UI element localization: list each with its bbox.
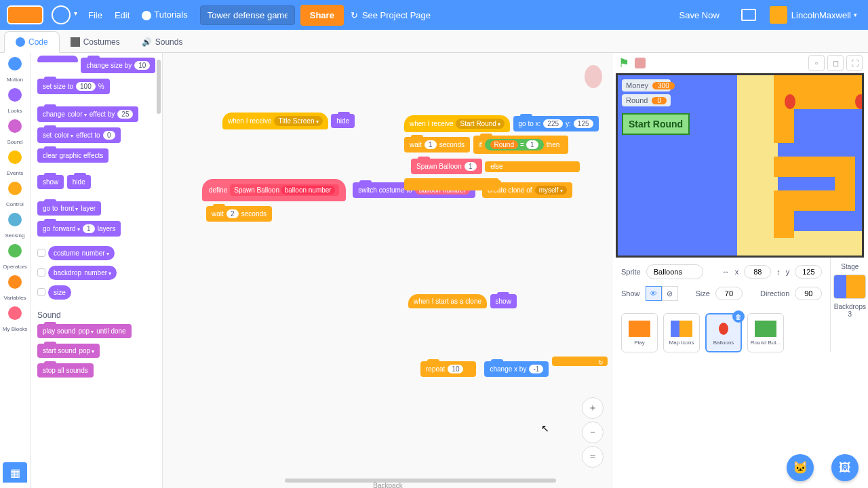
block-show[interactable]: show: [37, 175, 64, 189]
block-change-size-by[interactable]: change size by10: [81, 58, 155, 73]
block-change-effect[interactable]: changecoloreffect by25: [37, 106, 138, 122]
mystuff-folder-icon[interactable]: [741, 9, 756, 21]
block-start-sound[interactable]: start soundpop: [37, 344, 100, 358]
see-project-page[interactable]: ↻See Project Page: [351, 10, 431, 20]
sprite-y-input[interactable]: [795, 265, 822, 279]
block-wait-1[interactable]: wait1seconds: [404, 137, 470, 152]
block-set-size-to[interactable]: set size to100%: [37, 79, 110, 94]
stage-balloon-1: [785, 94, 795, 109]
block-when-receive-title[interactable]: when I receive Title Screen: [222, 113, 328, 129]
stage-full-button[interactable]: ⛶: [846, 55, 863, 71]
brush-icon: [71, 37, 80, 47]
zoom-reset-button[interactable]: ＝: [582, 446, 604, 468]
script-repeat[interactable]: repeat10 change x by-1 ↻: [420, 361, 608, 382]
lightbulb-icon: [142, 11, 151, 20]
scratch-logo[interactable]: [7, 5, 43, 24]
block-spawn-call[interactable]: Spawn Balloon1: [411, 159, 482, 174]
block-when-receive-start[interactable]: when I receive Start Round: [404, 115, 510, 132]
block-show-1[interactable]: show: [490, 294, 517, 308]
menubar: File Edit Tutorials Share ↻See Project P…: [0, 0, 868, 30]
stage[interactable]: Money300 Round0 Start Round: [616, 73, 864, 258]
block-set-effect[interactable]: setcoloreffect to0: [37, 127, 121, 143]
menu-tutorials[interactable]: Tutorials: [142, 9, 187, 20]
tab-code[interactable]: Code: [4, 31, 60, 53]
stage-thumb[interactable]: [833, 274, 866, 299]
project-title-input[interactable]: [200, 5, 295, 25]
cat-sound[interactable]: Sound: [0, 119, 30, 146]
cat-myblocks[interactable]: My Blocks: [0, 306, 30, 333]
language-globe-icon[interactable]: [52, 5, 71, 24]
block-play-sound[interactable]: play soundpopuntil done: [37, 324, 132, 338]
block-change-x[interactable]: change x by-1: [484, 361, 549, 377]
block-go-layers[interactable]: goforward1layers: [37, 221, 121, 237]
stop-icon[interactable]: [635, 58, 646, 68]
show-hidden[interactable]: ⊘: [662, 286, 678, 301]
block-repeat-end[interactable]: ↻: [552, 357, 608, 366]
cat-motion[interactable]: Motion: [0, 57, 30, 84]
block-go-to-layer[interactable]: go tofrontlayer: [37, 201, 101, 216]
palette-scrollbar[interactable]: [157, 60, 161, 114]
cat-sensing[interactable]: Sensing: [0, 213, 30, 240]
block-hide[interactable]: hide: [67, 175, 91, 189]
show-toggle[interactable]: 👁 ⊘: [646, 286, 678, 301]
extension-button[interactable]: ▦: [3, 462, 27, 483]
green-flag-icon[interactable]: ⚑: [618, 56, 629, 70]
zoom-in-button[interactable]: ＋: [582, 397, 604, 419]
block-else[interactable]: else: [485, 161, 580, 172]
workspace[interactable]: when I receive Title Screen hide define …: [163, 53, 613, 488]
block-stop-all-sounds[interactable]: stop all sounds: [37, 363, 94, 378]
checkbox-size[interactable]: [37, 288, 45, 296]
block-goto-xy[interactable]: go to x:225y:125: [513, 116, 599, 131]
checkbox-backdrop[interactable]: [37, 268, 45, 277]
sprite-play[interactable]: Play: [621, 313, 658, 352]
zoom-out-button[interactable]: －: [582, 422, 604, 443]
block-repeat[interactable]: repeat10: [420, 361, 476, 377]
save-now[interactable]: Save Now: [679, 10, 719, 20]
menu-edit[interactable]: Edit: [115, 10, 130, 20]
stage-large-button[interactable]: ◻: [827, 55, 844, 71]
cat-operators[interactable]: Operators: [0, 244, 30, 271]
block-clear-graphic[interactable]: clear graphic effects: [37, 148, 108, 163]
sprite-x-input[interactable]: [744, 265, 771, 279]
block-costume-number[interactable]: costume number: [48, 246, 115, 260]
backpack-label[interactable]: Backpack: [373, 482, 402, 488]
user-menu[interactable]: LincolnMaxwell▾: [766, 5, 861, 25]
cat-events[interactable]: Events: [0, 150, 30, 178]
block-size[interactable]: size: [48, 285, 71, 300]
block-if[interactable]: if Round=1 then: [473, 136, 568, 154]
stage-small-button[interactable]: ▫: [808, 55, 825, 71]
delete-sprite-icon[interactable]: 🗑: [732, 310, 745, 323]
sprite-name-input[interactable]: [646, 264, 703, 279]
sprite-size-input[interactable]: [715, 287, 743, 300]
start-round-button[interactable]: Start Round: [622, 113, 690, 135]
block-define[interactable]: define Spawn Balloon balloon number: [202, 179, 346, 201]
script-title-screen[interactable]: when I receive Title Screen hide: [222, 113, 355, 135]
script-start-round[interactable]: when I receive Start Round go to x:225y:…: [404, 115, 613, 199]
show-visible[interactable]: 👁: [646, 286, 662, 301]
cat-variables[interactable]: Variables: [0, 275, 30, 302]
stage-selector[interactable]: Stage Backdrops 3: [830, 258, 868, 352]
sound-heading: Sound: [37, 310, 158, 320]
script-clone[interactable]: when I start as a clone show: [408, 294, 517, 314]
add-backdrop-button[interactable]: 🖼: [831, 454, 859, 481]
sprite-direction-input[interactable]: [795, 287, 822, 300]
share-button[interactable]: Share: [300, 5, 344, 26]
cat-control[interactable]: Control: [0, 182, 30, 209]
checkbox-costume[interactable]: [37, 249, 45, 257]
sprite-round-button[interactable]: Round But...: [747, 313, 784, 352]
block-hide-1[interactable]: hide: [331, 114, 355, 128]
add-sprite-button[interactable]: 🐱: [787, 454, 814, 481]
block-backdrop-number[interactable]: backdrop number: [48, 266, 117, 280]
block-if-end[interactable]: [404, 178, 499, 190]
cat-looks[interactable]: Looks: [0, 88, 30, 115]
block-partial[interactable]: [37, 56, 78, 62]
workspace-scrollbar[interactable]: [285, 479, 556, 483]
sprite-balloons[interactable]: 🗑 Balloons: [705, 313, 742, 352]
block-wait-2[interactable]: wait2seconds: [206, 206, 272, 222]
editor-tabs: Code Costumes 🔊Sounds: [0, 30, 868, 53]
menu-file[interactable]: File: [88, 10, 102, 20]
tab-costumes[interactable]: Costumes: [60, 32, 131, 52]
sprite-map-icons[interactable]: Map Icons: [663, 313, 700, 352]
block-when-clone[interactable]: when I start as a clone: [408, 294, 487, 308]
tab-sounds[interactable]: 🔊Sounds: [131, 32, 194, 52]
